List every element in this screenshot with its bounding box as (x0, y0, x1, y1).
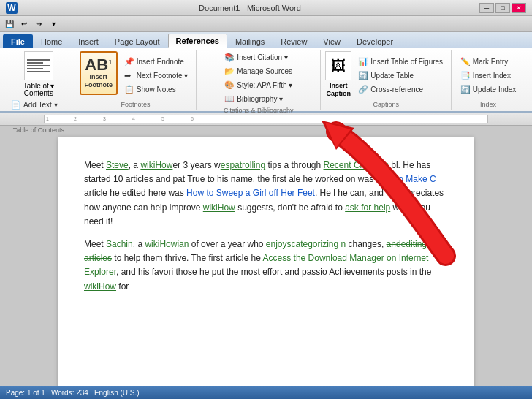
save-qat-button[interactable]: 💾 (3, 18, 16, 31)
insert-citation-icon: 📚 (224, 53, 235, 62)
tab-developer[interactable]: Developer (349, 34, 401, 48)
toc-label2: Contents (24, 89, 53, 97)
insert-footnote-icon: AB1 (85, 57, 112, 73)
tab-references[interactable]: References (168, 34, 227, 48)
toc-line2 (27, 62, 43, 64)
cross-reference-icon: 🔗 (358, 85, 368, 94)
insert-footnote-label: InsertFootnote (85, 73, 113, 89)
footnotes-content: AB1 InsertFootnote 📌 Insert Endnote ➡ Ne… (80, 51, 192, 99)
status-bar: Page: 1 of 1 Words: 234 English (U.S.) (0, 386, 532, 399)
ribbon-tabs: File Home Insert Page Layout References … (0, 32, 532, 48)
insert-table-figures-icon: 📊 (358, 57, 368, 66)
insert-citation-label: Insert Citation ▾ (237, 53, 287, 61)
ruler-mark2: 2 (74, 116, 77, 121)
ruler-mark6: 6 (191, 116, 194, 121)
document-page: Meet Steve, a wikiHower 3 years wespatro… (58, 137, 474, 388)
cross-reference-button[interactable]: 🔗 Cross-reference (354, 83, 446, 96)
toc-group-label: Table of Contents (13, 125, 64, 134)
status-language: English (U.S.) (94, 389, 140, 397)
footnotes-group: AB1 InsertFootnote 📌 Insert Endnote ➡ Ne… (75, 50, 197, 110)
wikihow-link2[interactable]: wikiHow (203, 202, 235, 213)
redo-qat-button[interactable]: ↪ (32, 18, 45, 31)
style-dropdown[interactable]: 🎨 Style: APA Fifth ▾ (221, 79, 296, 91)
close-button[interactable]: ✕ (512, 3, 526, 13)
ruler-mark: 1 (46, 116, 49, 121)
tab-mailings[interactable]: Mailings (227, 34, 273, 48)
mark-entry-icon: ✏️ (460, 57, 471, 66)
toc-line1 (27, 59, 50, 61)
update-table-captions-button[interactable]: 🔄 Update Table (354, 69, 446, 82)
add-text-button[interactable]: 📄 Add Text ▾ (7, 99, 70, 111)
toc-line3 (27, 65, 50, 66)
tab-page-layout[interactable]: Page Layout (107, 34, 168, 48)
citations-group: 📚 Insert Citation ▾ 📂 Manage Sources 🎨 S… (197, 50, 321, 110)
undo-qat-button[interactable]: ↩ (18, 18, 31, 31)
ruler-mark3: 3 (103, 116, 106, 121)
add-text-label: Add Text ▾ (23, 101, 58, 109)
tab-insert[interactable]: Insert (70, 34, 107, 48)
insert-endnote-button[interactable]: 📌 Insert Endnote (121, 56, 192, 68)
style-label: Style: APA Fifth ▾ (237, 81, 292, 89)
update-index-label: Update Index (473, 86, 517, 94)
recent-changes-link[interactable]: Recent Changes (324, 160, 389, 170)
sachin-link[interactable]: Sachin (106, 239, 133, 249)
tab-home[interactable]: Home (33, 34, 70, 48)
enjoyscategorizing-link[interactable]: enjoyscategorizing n (266, 239, 346, 249)
toc-button[interactable]: Table of ▾ Contents (17, 51, 61, 97)
add-text-icon: 📄 (11, 100, 21, 110)
paragraph-1: Meet Steve, a wikiHower 3 years wespatro… (84, 159, 448, 229)
index-content: ✏️ Mark Entry 📑 Insert Index 🔄 Update In… (457, 51, 520, 99)
steve-link[interactable]: Steve (106, 160, 129, 170)
show-notes-icon: 📋 (124, 85, 134, 94)
insert-index-label: Insert Index (473, 72, 511, 80)
status-words: Words: 234 (51, 389, 88, 397)
how-to-make-link[interactable]: How to Make C (376, 174, 436, 184)
insert-endnote-label: Insert Endnote (137, 58, 184, 66)
document-area: Meet Steve, a wikiHower 3 years wespatro… (0, 126, 532, 399)
maximize-button[interactable]: □ (495, 3, 510, 13)
captions-group: 🖼 InsertCaption 📊 Insert Table of Figure… (321, 50, 452, 110)
wikihow-link3[interactable]: wikiHow (84, 281, 116, 292)
wikihowian-link[interactable]: wikiHowian (145, 239, 189, 249)
citations-content: 📚 Insert Citation ▾ 📂 Manage Sources 🎨 S… (221, 51, 296, 105)
mark-entry-label: Mark Entry (473, 58, 508, 66)
ruler-mark5: 5 (162, 116, 164, 121)
access-download-link[interactable]: Access the Download Manager on Internet … (84, 253, 428, 277)
window-controls[interactable]: ─ □ ✕ (479, 3, 526, 13)
next-footnote-button[interactable]: ➡ Next Footnote ▾ (121, 69, 192, 82)
tab-review[interactable]: Review (273, 34, 315, 48)
ruler-mark4: 4 (132, 116, 135, 121)
ask-for-help-link[interactable]: ask for help (345, 202, 390, 213)
show-notes-button[interactable]: 📋 Show Notes (121, 83, 192, 96)
espatrolling-link[interactable]: espatrolling (221, 160, 265, 170)
insert-citation-button[interactable]: 📚 Insert Citation ▾ (221, 51, 296, 64)
how-to-sweep-link[interactable]: How to Sweep a Girl off Her Feet (186, 188, 315, 198)
insert-footnote-button[interactable]: AB1 InsertFootnote (80, 51, 118, 95)
tab-view[interactable]: View (315, 34, 349, 48)
qat-more-button[interactable]: ▾ (47, 18, 60, 31)
toc-group: Table of ▾ Contents 📄 Add Text ▾ 🔄 Updat… (3, 50, 75, 110)
bibliography-icon: 📖 (224, 94, 235, 104)
wikihow-link1[interactable]: wikiHow (140, 160, 172, 170)
manage-sources-icon: 📂 (224, 66, 235, 76)
update-table-captions-icon: 🔄 (358, 71, 368, 80)
update-index-button[interactable]: 🔄 Update Index (457, 83, 520, 96)
bibliography-button[interactable]: 📖 Bibliography ▾ (221, 93, 296, 105)
mark-entry-button[interactable]: ✏️ Mark Entry (457, 56, 520, 68)
minimize-button[interactable]: ─ (479, 3, 494, 13)
tab-file[interactable]: File (3, 34, 33, 48)
insert-index-button[interactable]: 📑 Insert Index (457, 69, 520, 82)
references-ribbon: Table of ▾ Contents 📄 Add Text ▾ 🔄 Updat… (0, 48, 532, 113)
manage-sources-label: Manage Sources (237, 67, 292, 75)
manage-sources-button[interactable]: 📂 Manage Sources (221, 65, 296, 77)
insert-table-figures-button[interactable]: 📊 Insert Table of Figures (354, 56, 446, 68)
next-footnote-icon: ➡ (124, 71, 134, 80)
insert-caption-label: InsertCaption (327, 82, 352, 98)
show-notes-label: Show Notes (137, 86, 176, 94)
index-group: ✏️ Mark Entry 📑 Insert Index 🔄 Update In… (452, 50, 525, 110)
ruler: 1 2 3 4 5 6 (0, 113, 532, 126)
toc-line5 (27, 71, 50, 72)
insert-caption-large-btn[interactable]: 🖼 InsertCaption (325, 51, 352, 98)
footnotes-group-label: Footnotes (121, 99, 151, 108)
bibliography-label: Bibliography ▾ (237, 95, 283, 103)
